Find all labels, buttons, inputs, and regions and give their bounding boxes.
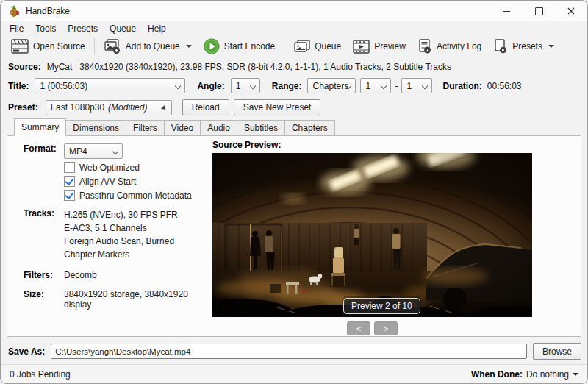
maximize-button[interactable] [523, 1, 555, 21]
close-button[interactable] [555, 1, 587, 21]
queue-button[interactable]: Queue [287, 38, 347, 56]
format-select-value: MP4 [69, 146, 87, 157]
range-to-value: 1 [406, 81, 412, 91]
tab-chapters[interactable]: Chapters [285, 120, 335, 136]
document-gear-icon [493, 39, 508, 54]
toolbar: Open Source Add to Queue Start Encode [1, 36, 587, 57]
checkbox-checked-icon [64, 176, 75, 187]
track-item: E-AC3, 5.1 Channels [64, 221, 178, 235]
menu-file[interactable]: File [4, 22, 29, 35]
title-row: Title: 1 (00:56:03) Angle: 1 Range: Chap… [8, 78, 587, 93]
format-select[interactable]: MP4 [64, 143, 123, 159]
tab-dimensions[interactable]: Dimensions [66, 120, 126, 136]
source-preview-block: Source Preview: [212, 140, 532, 335]
handbrake-pineapple-icon [8, 5, 20, 17]
tracks-list: H.265 (NVEnc), 30 FPS PFR E-AC3, 5.1 Cha… [64, 208, 178, 261]
source-label: Source: [8, 62, 41, 72]
when-done-control[interactable]: When Done: Do nothing [471, 369, 578, 380]
format-label: Format: [24, 143, 64, 159]
align-av-start-checkbox[interactable]: Align A/V Start [64, 176, 207, 187]
web-optimized-label: Web Optimized [79, 163, 140, 173]
titlebar: HandBrake [1, 1, 587, 21]
angle-label: Angle: [197, 81, 224, 91]
preset-modified-flag: (Modified) [108, 102, 147, 113]
tab-strip: Summary Dimensions Filters Video Audio S… [14, 120, 587, 136]
align-av-start-label: Align A/V Start [79, 177, 136, 187]
chevron-down-icon [186, 45, 192, 48]
passthru-metadata-checkbox[interactable]: Passthru Common Metadata [64, 190, 207, 201]
preset-select[interactable]: Fast 1080p30 (Modified) [46, 100, 172, 115]
preset-label: Preset: [8, 102, 38, 113]
tab-subtitles[interactable]: Subtitles [237, 120, 285, 136]
range-from-select[interactable]: 1 [360, 78, 391, 93]
range-mode-select[interactable]: Chapters [307, 78, 356, 93]
filters-value: Decomb [64, 270, 97, 280]
activity-log-label: Activity Log [437, 41, 481, 51]
menu-tools[interactable]: Tools [29, 22, 62, 35]
duration-value: 00:56:03 [487, 81, 522, 91]
tab-summary[interactable]: Summary [14, 118, 66, 136]
source-info-row: Source: MyCat 3840x1920 (3840x1920), 23.… [1, 57, 587, 72]
track-item: H.265 (NVEnc), 30 FPS PFR [64, 208, 178, 221]
next-preview-button[interactable]: > [374, 321, 398, 335]
presets-label: Presets [512, 41, 542, 51]
toolbar-separator [94, 38, 95, 55]
source-name: MyCat [47, 62, 73, 72]
menu-help[interactable]: Help [142, 22, 172, 35]
start-encode-label: Start Encode [224, 41, 275, 51]
title-select-value: 1 (00:56:03) [40, 81, 87, 91]
range-separator: - [395, 81, 398, 91]
save-as-label: Save As: [8, 346, 45, 357]
previous-preview-button[interactable]: < [347, 321, 370, 335]
menu-presets[interactable]: Presets [62, 22, 104, 35]
browse-button[interactable]: Browse [533, 343, 581, 360]
window-title: HandBrake [26, 6, 70, 16]
queue-label: Queue [315, 41, 341, 51]
source-details: 3840x1920 (3840x1920), 23.98 FPS, SDR (8… [79, 62, 451, 72]
tab-filters[interactable]: Filters [126, 120, 165, 136]
tab-video[interactable]: Video [165, 120, 201, 136]
preview-label: Preview [374, 41, 406, 51]
start-encode-button[interactable]: Start Encode [198, 36, 281, 57]
range-label: Range: [272, 81, 302, 91]
activity-log-button[interactable]: Activity Log [412, 37, 487, 57]
tab-audio[interactable]: Audio [201, 120, 237, 136]
statusbar: 0 Jobs Pending When Done: Do nothing [1, 364, 587, 383]
handbrake-window: { "window": {"title": "HandBrake"}, "men… [0, 0, 588, 384]
source-preview-image: Preview 2 of 10 [212, 153, 532, 317]
save-as-path-input[interactable] [51, 344, 527, 359]
jobs-pending-status: 0 Jobs Pending [10, 369, 71, 380]
track-item: Foreign Audio Scan, Burned [64, 235, 178, 248]
angle-select-value: 1 [236, 81, 241, 91]
reload-button[interactable]: Reload [182, 99, 229, 115]
source-preview-label: Source Preview: [212, 140, 532, 150]
passthru-metadata-label: Passthru Common Metadata [79, 191, 192, 201]
track-item: Chapter Markers [64, 248, 178, 261]
menu-queue[interactable]: Queue [104, 22, 142, 35]
duration-label: Duration: [442, 81, 481, 91]
chevron-down-icon [548, 45, 554, 48]
open-source-button[interactable]: Open Source [5, 37, 91, 56]
preset-row: Preset: Fast 1080p30 (Modified) Reload S… [8, 99, 587, 115]
web-optimized-checkbox[interactable]: Web Optimized [64, 162, 207, 173]
preview-button[interactable]: Preview [347, 38, 412, 56]
photos-stack-icon [293, 40, 310, 54]
range-to-select[interactable]: 1 [401, 78, 432, 93]
angle-select[interactable]: 1 [231, 78, 260, 93]
close-icon [567, 7, 575, 15]
title-label: Title: [8, 81, 29, 91]
minimize-button[interactable] [490, 1, 523, 21]
add-to-queue-button[interactable]: Add to Queue [98, 37, 198, 57]
range-from-value: 1 [365, 81, 370, 91]
preview-navigation: < > [212, 321, 532, 335]
filters-label: Filters: [24, 270, 64, 280]
photos-plus-icon [104, 39, 121, 54]
minimize-icon [503, 11, 510, 12]
checkbox-checked-icon [64, 190, 75, 201]
presets-button[interactable]: Presets [487, 37, 560, 57]
checkbox-icon [64, 162, 75, 173]
size-label: Size: [24, 289, 64, 310]
save-new-preset-button[interactable]: Save New Preset [234, 99, 321, 115]
preview-counter-badge: Preview 2 of 10 [343, 298, 420, 314]
title-select[interactable]: 1 (00:56:03) [35, 78, 185, 93]
